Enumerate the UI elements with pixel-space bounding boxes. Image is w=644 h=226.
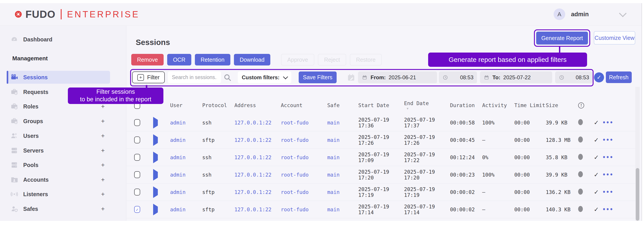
row-checkbox[interactable]: [134, 189, 140, 196]
more-options-button[interactable]: •••: [602, 119, 614, 126]
user-link[interactable]: admin: [170, 189, 202, 195]
date-from-field[interactable]: From: 2025-06-21: [358, 72, 437, 83]
restore-button[interactable]: Restore: [350, 54, 382, 65]
address-link[interactable]: 127.0.0.1:22: [234, 137, 281, 143]
more-options-button[interactable]: •••: [602, 154, 614, 161]
sidebar-item-sessions[interactable]: Sessions: [7, 71, 110, 84]
approve-button[interactable]: Approve: [281, 54, 314, 65]
account-link[interactable]: root-fudo: [281, 120, 327, 125]
col-duration[interactable]: Duration: [450, 103, 482, 108]
sidebar-item-users[interactable]: Users +: [7, 129, 110, 142]
safe-link[interactable]: main: [327, 154, 358, 160]
user-menu[interactable]: A admin: [554, 8, 627, 20]
time-from-field[interactable]: 08:53: [439, 72, 477, 83]
col-size[interactable]: Size: [546, 103, 578, 108]
account-link[interactable]: root-fudo: [281, 137, 327, 143]
user-link[interactable]: admin: [170, 172, 202, 178]
account-link[interactable]: root-fudo: [281, 172, 327, 178]
remove-button[interactable]: Remove: [131, 54, 164, 65]
sidebar-item-label: Roles: [23, 103, 38, 110]
col-protocol[interactable]: Protocol: [202, 103, 234, 108]
more-options-button[interactable]: •••: [602, 206, 614, 213]
more-options-button[interactable]: •••: [602, 172, 614, 178]
user-link[interactable]: admin: [170, 120, 202, 125]
date-to-field[interactable]: To: 2025-07-22: [480, 72, 552, 83]
row-checkbox[interactable]: ✓: [134, 206, 140, 213]
refresh-button[interactable]: Refresh: [606, 72, 632, 83]
address-link[interactable]: 127.0.0.1:22: [234, 154, 281, 160]
safe-link[interactable]: main: [327, 189, 358, 195]
account-link[interactable]: root-fudo: [281, 207, 327, 213]
col-time-limit[interactable]: Time Limit: [514, 103, 546, 108]
address-link[interactable]: 127.0.0.1:22: [234, 172, 281, 178]
groups-briefcase-icon: [10, 117, 18, 125]
reject-button[interactable]: Reject: [318, 54, 346, 65]
col-user[interactable]: User: [170, 103, 202, 108]
sidebar-item-servers[interactable]: Servers +: [7, 144, 110, 157]
expand-plus[interactable]: +: [101, 117, 105, 125]
retention-button[interactable]: Retention: [195, 54, 230, 65]
customize-view-button[interactable]: Customize View: [594, 31, 635, 45]
play-session-icon[interactable]: [153, 204, 158, 215]
sidebar-item-pools[interactable]: Pools +: [7, 159, 110, 171]
sidebar-item-dashboard[interactable]: Dashboard: [7, 33, 110, 46]
sidebar-item-label: Requests: [23, 89, 48, 95]
user-link[interactable]: admin: [170, 154, 202, 160]
expand-plus[interactable]: +: [101, 176, 105, 183]
apply-filters-check-button[interactable]: ✓: [594, 72, 604, 82]
row-checkbox[interactable]: [134, 154, 140, 161]
play-session-icon[interactable]: [153, 117, 158, 128]
address-link[interactable]: 127.0.0.1:22: [234, 120, 281, 125]
play-session-icon[interactable]: [153, 134, 158, 146]
activity-cell: –: [482, 207, 514, 213]
scrollbar-thumb[interactable]: [636, 168, 639, 221]
address-link[interactable]: 127.0.0.1:22: [234, 207, 281, 213]
account-link[interactable]: root-fudo: [281, 154, 327, 160]
row-checkbox[interactable]: [134, 119, 140, 126]
col-end-date[interactable]: End Date ▼: [404, 101, 450, 110]
activity-cell: 100%: [482, 120, 514, 125]
filter-button[interactable]: + Filter: [132, 72, 165, 83]
row-checkbox[interactable]: [134, 171, 140, 178]
sidebar-item-listeners[interactable]: Listeners +: [7, 188, 110, 201]
download-button[interactable]: Download: [234, 54, 270, 65]
safe-link[interactable]: main: [327, 137, 358, 143]
sidebar-item-label: Servers: [23, 147, 44, 154]
more-options-button[interactable]: •••: [602, 137, 614, 143]
search-icon[interactable]: [223, 73, 232, 82]
more-options-button[interactable]: •••: [602, 189, 614, 195]
size-cell: 128.3 MB: [546, 137, 578, 143]
safe-link[interactable]: main: [327, 207, 358, 213]
time-to-field[interactable]: 08:53: [555, 72, 593, 83]
col-activity[interactable]: Activity: [482, 103, 514, 108]
search-input[interactable]: [168, 72, 221, 83]
col-start-date[interactable]: Start Date: [358, 103, 404, 108]
filter-annotation-callout: Filter sessions to be included in the re…: [68, 88, 164, 104]
session-ok-icon: ✓: [594, 189, 599, 196]
expand-plus[interactable]: +: [101, 191, 105, 198]
col-account[interactable]: Account: [281, 103, 327, 108]
play-session-icon[interactable]: [153, 169, 158, 181]
sidebar-item-safes[interactable]: Safes +: [7, 202, 110, 215]
ocr-button[interactable]: OCR: [167, 54, 191, 65]
sidebar-item-accounts[interactable]: Accounts +: [7, 173, 110, 186]
col-safe[interactable]: Safe: [327, 103, 358, 108]
custom-filters-select[interactable]: Custom filters:: [238, 72, 291, 83]
safe-link[interactable]: main: [327, 120, 358, 125]
expand-plus[interactable]: +: [101, 161, 105, 169]
address-link[interactable]: 127.0.0.1:22: [234, 189, 281, 195]
play-session-icon[interactable]: [153, 152, 158, 163]
safe-link[interactable]: main: [327, 172, 358, 178]
expand-plus[interactable]: +: [101, 147, 105, 154]
generate-report-button[interactable]: Generate Report: [536, 32, 588, 45]
save-filters-button[interactable]: Save Filters: [299, 72, 336, 83]
row-checkbox[interactable]: [134, 136, 140, 143]
account-link[interactable]: root-fudo: [281, 189, 327, 195]
play-session-icon[interactable]: [153, 186, 158, 198]
expand-plus[interactable]: +: [101, 205, 105, 213]
user-link[interactable]: admin: [170, 207, 202, 213]
col-address[interactable]: Address: [234, 103, 281, 108]
sidebar-item-groups[interactable]: Groups +: [7, 115, 110, 127]
expand-plus[interactable]: +: [101, 132, 105, 139]
user-link[interactable]: admin: [170, 137, 202, 143]
